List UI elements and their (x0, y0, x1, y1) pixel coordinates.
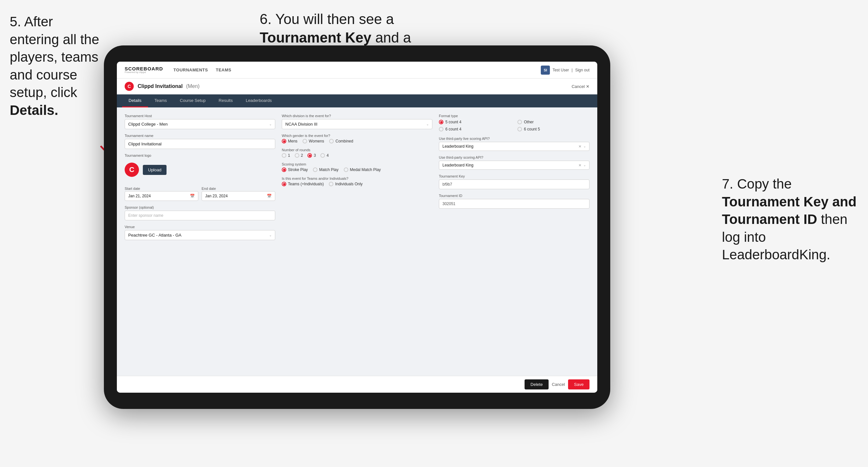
round4-label: 4 (327, 153, 329, 158)
tab-course-setup[interactable]: Course Setup (173, 94, 212, 107)
third-party1-label: Use third-party live scoring API? (439, 136, 589, 141)
medal-dot (344, 167, 348, 172)
mens-label: Mens (288, 139, 297, 144)
round2-dot (295, 153, 299, 158)
end-date-label: End date (202, 187, 216, 190)
brand-subtitle: Powered by clippd (125, 71, 163, 74)
form-col-3: Format type 5 count 4 Other 6 count 4 (439, 114, 589, 369)
separator: | (571, 68, 572, 72)
name-input[interactable]: Clippd Invitational (125, 139, 275, 149)
third-party2-select[interactable]: Leaderboard King ✕ ⌄ (439, 161, 589, 170)
upload-button[interactable]: Upload (143, 165, 166, 175)
format-label: Format type (439, 114, 589, 118)
round-4[interactable]: 4 (320, 153, 329, 158)
nav-teams[interactable]: TEAMS (216, 67, 231, 72)
calendar-icon: 📅 (190, 194, 195, 198)
third-party1-group: Use third-party live scoring API? Leader… (439, 136, 589, 151)
6count5-dot (518, 127, 522, 131)
tab-leaderboards[interactable]: Leaderboards (239, 94, 278, 107)
round-1[interactable]: 1 (282, 153, 290, 158)
name-label: Tournament name (125, 134, 275, 137)
individuals-only[interactable]: Individuals Only (329, 182, 363, 186)
gender-mens[interactable]: Mens (282, 139, 297, 144)
annotation-right: 7. Copy the Tournament Key and Tournamen… (722, 175, 858, 264)
tournament-header: C Clippd Invitational (Men) Cancel ✕ (117, 79, 597, 94)
end-date-input[interactable]: Jan 23, 2024 📅 (202, 191, 275, 201)
third-party2-x-icon[interactable]: ✕ (579, 163, 581, 167)
save-button[interactable]: Save (568, 379, 589, 390)
gender-womens[interactable]: Womens (303, 139, 324, 144)
round1-label: 1 (288, 153, 290, 158)
gender-combined[interactable]: Combined (329, 139, 353, 144)
tournament-name: Clippd Invitational (Men) (137, 84, 199, 89)
cancel-x-button[interactable]: Cancel ✕ (571, 84, 589, 89)
third-party1-x-icon[interactable]: ✕ (579, 145, 581, 149)
form-col-1: Tournament Host Clippd College - Men ⌄ T… (125, 114, 275, 369)
venue-select[interactable]: Peachtree GC - Atlanta - GA ⌄ (125, 230, 275, 240)
date-row: Start date Jan 21, 2024 📅 End date Jan 2… (125, 185, 275, 201)
tournament-key-group: Tournament Key bf9b7 (439, 174, 589, 189)
host-arrow-icon: ⌄ (269, 122, 272, 126)
scoring-label: Scoring system (282, 162, 432, 166)
tab-details[interactable]: Details (122, 94, 148, 107)
tournament-id-label: Tournament ID (439, 194, 589, 198)
tournament-icon: C (125, 82, 134, 91)
format-5count4[interactable]: 5 count 4 (439, 119, 511, 125)
format-6count4[interactable]: 6 count 4 (439, 126, 511, 132)
stroke-label: Stroke Play (288, 167, 308, 172)
medal-label: Medal Match Play (350, 167, 381, 172)
calendar-icon-end: 📅 (267, 194, 272, 198)
scoring-stroke[interactable]: Stroke Play (282, 167, 308, 172)
host-select[interactable]: Clippd College - Men ⌄ (125, 119, 275, 129)
round4-dot (320, 153, 325, 158)
tab-teams[interactable]: Teams (148, 94, 173, 107)
rounds-radio-group: 1 2 3 4 (282, 153, 432, 158)
host-label: Tournament Host (125, 114, 275, 118)
end-date-group: End date Jan 23, 2024 📅 (202, 185, 275, 201)
gender-radio-group: Mens Womens Combined (282, 139, 432, 144)
format-6count5[interactable]: 6 count 5 (518, 126, 589, 132)
6count4-label: 6 count 4 (445, 127, 461, 131)
round-2[interactable]: 2 (295, 153, 303, 158)
round1-dot (282, 153, 286, 158)
third-party2-arrow-icon: ⌄ (583, 163, 586, 167)
tab-results[interactable]: Results (212, 94, 239, 107)
teams-radio-group: Teams (+Individuals) Individuals Only (282, 182, 432, 186)
form-area: Tournament Host Clippd College - Men ⌄ T… (117, 107, 597, 376)
teams-group: Is this event for Teams and/or Individua… (282, 177, 432, 186)
round3-label: 3 (314, 153, 316, 158)
tournament-key-label: Tournament Key (439, 174, 589, 178)
womens-radio-dot (303, 139, 307, 144)
user-label: Test User (553, 68, 569, 72)
round-3[interactable]: 3 (307, 153, 316, 158)
combined-label: Combined (335, 139, 353, 144)
tablet-screen: SCOREBOARD Powered by clippd TOURNAMENTS… (117, 62, 597, 393)
logo-area: C Upload (125, 159, 275, 181)
delete-button[interactable]: Delete (525, 379, 549, 390)
sign-out-link[interactable]: Sign out (575, 68, 589, 72)
start-date-group: Start date Jan 21, 2024 📅 (125, 185, 198, 201)
6count5-label: 6 count 5 (524, 127, 540, 131)
division-arrow-icon: ⌄ (426, 122, 429, 126)
tournament-gender: (Men) (186, 84, 199, 89)
6count4-dot (439, 127, 443, 131)
logo-circle: C (125, 163, 139, 177)
teams-plus-label: Teams (+Individuals) (288, 182, 323, 186)
teams-plus[interactable]: Teams (+Individuals) (282, 182, 323, 186)
scoring-match[interactable]: Match Play (313, 167, 338, 172)
sponsor-input[interactable]: Enter sponsor name (125, 211, 275, 220)
match-label: Match Play (319, 167, 338, 172)
scoring-radio-group: Stroke Play Match Play Medal Match Play (282, 167, 432, 172)
individuals-label: Individuals Only (335, 182, 363, 186)
division-select[interactable]: NCAA Division III ⌄ (282, 119, 432, 129)
footer-cancel-button[interactable]: Cancel (552, 382, 565, 387)
top-nav: SCOREBOARD Powered by clippd TOURNAMENTS… (117, 62, 597, 79)
scoring-medal-match[interactable]: Medal Match Play (344, 167, 381, 172)
tournament-id-value: 302051 (439, 199, 589, 209)
nav-tournaments[interactable]: TOURNAMENTS (173, 67, 208, 72)
third-party1-select[interactable]: Leaderboard King ✕ ⌄ (439, 142, 589, 151)
format-other[interactable]: Other (518, 119, 589, 125)
format-options-grid: 5 count 4 Other 6 count 4 6 count 5 (439, 119, 589, 132)
venue-group: Venue Peachtree GC - Atlanta - GA ⌄ (125, 225, 275, 240)
start-date-input[interactable]: Jan 21, 2024 📅 (125, 191, 198, 201)
